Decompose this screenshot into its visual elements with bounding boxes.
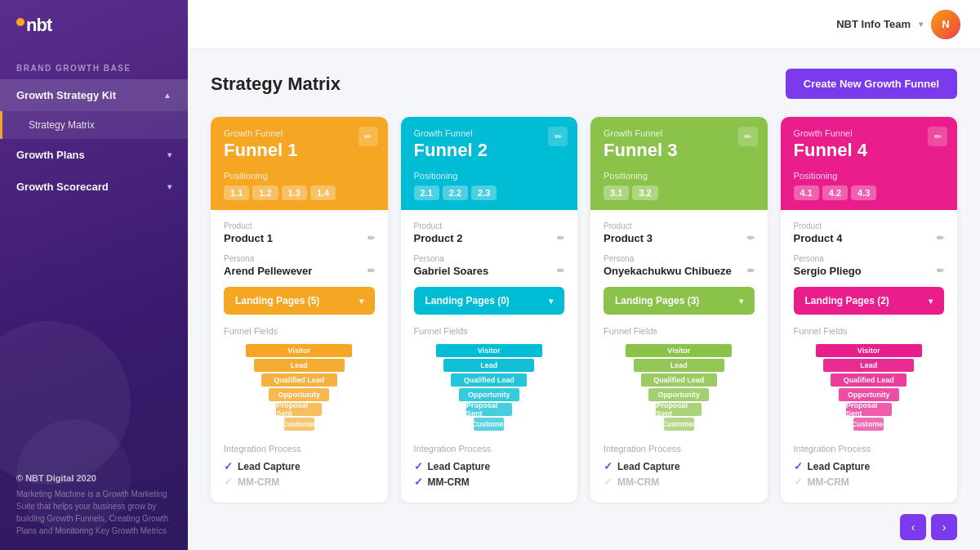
- funnel-fields-label: Funnel Fields: [794, 326, 945, 336]
- integration-name: Lead Capture: [428, 461, 491, 472]
- integration-name: MM-CRM: [428, 476, 470, 488]
- funnel-row-5: Customer: [474, 418, 504, 431]
- product-edit-icon[interactable]: ✏: [368, 233, 375, 244]
- persona-edit-icon[interactable]: ✏: [747, 266, 755, 276]
- funnel-row-4: Proposal Sent: [466, 403, 512, 416]
- prev-page-button[interactable]: ‹: [900, 514, 926, 540]
- chevron-down-icon: ▾: [919, 20, 923, 29]
- pagination: ‹ ›: [188, 504, 980, 550]
- funnel-card-3: Growth Funnel Funnel 3 ✏ Positioning 3.1…: [590, 117, 768, 503]
- funnel-card-2: Growth Funnel Funnel 2 ✏ Positioning 2.1…: [401, 117, 578, 503]
- funnel-label: Growth Funnel: [414, 128, 565, 138]
- main-area: NBT Info Team ▾ N Strategy Matrix Create…: [188, 0, 980, 550]
- sidebar: nbt BRAND GROWTH BASE Growth Strategy Ki…: [0, 0, 188, 550]
- integration-name: MM-CRM: [617, 476, 659, 488]
- product-value: Product 4 ✏: [794, 232, 945, 244]
- edit-icon[interactable]: ✏: [738, 127, 758, 146]
- content-area: Strategy Matrix Create New Growth Funnel…: [188, 49, 980, 504]
- integration-item: ✓ Lead Capture: [794, 460, 945, 472]
- funnel-row-4: Proposal Sent: [656, 403, 702, 416]
- sidebar-item-label: Growth Plans: [16, 149, 85, 161]
- user-info[interactable]: NBT Info Team ▾ N: [836, 10, 960, 39]
- persona-edit-icon[interactable]: ✏: [557, 266, 564, 276]
- pos-tag: 2.3: [471, 186, 497, 200]
- funnel-row-4: Proposal Sent: [276, 403, 322, 416]
- funnel-row-5: Customer: [853, 418, 884, 431]
- landing-pages-button[interactable]: Landing Pages (2) ▾: [794, 287, 945, 315]
- funnel-label: Growth Funnel: [794, 128, 945, 138]
- card-header: Growth Funnel Funnel 2 ✏ Positioning 2.1…: [401, 117, 578, 210]
- integration-process-label: Integration Process: [224, 444, 375, 454]
- funnel-card-4: Growth Funnel Funnel 4 ✏ Positioning 4.1…: [781, 117, 958, 503]
- product-value: Product 3 ✏: [604, 232, 755, 244]
- landing-pages-label: Landing Pages (2): [805, 295, 889, 306]
- persona-value: Gabriel Soares ✏: [414, 265, 565, 277]
- funnel-row-2: Qualified Lead: [641, 373, 717, 387]
- persona-edit-icon[interactable]: ✏: [368, 266, 375, 276]
- positioning-tags: 2.12.22.3: [414, 186, 565, 200]
- sidebar-item-growth-strategy-kit[interactable]: Growth Strategy Kit ▲: [0, 79, 188, 111]
- sidebar-sub-item-strategy-matrix[interactable]: Strategy Matrix: [0, 111, 188, 139]
- user-name: NBT Info Team: [836, 18, 911, 30]
- persona-field: Persona Onyekachukwu Chibueze ✏: [604, 254, 755, 277]
- logo-area: nbt: [0, 0, 188, 51]
- landing-pages-button[interactable]: Landing Pages (0) ▾: [414, 287, 565, 315]
- landing-pages-button[interactable]: Landing Pages (5) ▾: [224, 287, 375, 315]
- product-edit-icon[interactable]: ✏: [747, 233, 755, 244]
- pos-tag: 2.1: [414, 186, 439, 200]
- chevron-down-icon: ▾: [167, 150, 172, 159]
- funnel-visual: Visitor Lead Qualified Lead Opportunity …: [794, 344, 945, 431]
- persona-label: Persona: [604, 254, 755, 263]
- product-edit-icon[interactable]: ✏: [937, 233, 944, 244]
- sidebar-item-label: Growth Strategy Kit: [16, 89, 116, 101]
- pos-tag: 4.3: [851, 186, 876, 200]
- check-icon: ✓: [414, 476, 423, 488]
- edit-icon[interactable]: ✏: [928, 127, 947, 146]
- chevron-up-icon: ▲: [163, 91, 172, 100]
- funnel-row-2: Qualified Lead: [451, 373, 527, 387]
- persona-value: Arend Pellewever ✏: [224, 265, 375, 277]
- funnel-row-0: Visitor: [626, 344, 732, 357]
- content-header: Strategy Matrix Create New Growth Funnel: [211, 69, 957, 99]
- pos-tag: 3.1: [604, 186, 629, 200]
- sidebar-item-growth-scorecard[interactable]: Growth Scorecard ▾: [0, 171, 188, 203]
- sidebar-sub-label: Strategy Matrix: [29, 119, 95, 131]
- sidebar-item-growth-plans[interactable]: Growth Plans ▾: [0, 139, 188, 171]
- topbar: NBT Info Team ▾ N: [188, 0, 980, 49]
- integration-process-label: Integration Process: [794, 444, 945, 454]
- persona-label: Persona: [794, 254, 945, 263]
- product-label: Product: [414, 221, 565, 230]
- funnel-row-0: Visitor: [816, 344, 922, 357]
- pos-tag: 1.4: [310, 186, 336, 200]
- landing-pages-button[interactable]: Landing Pages (3) ▾: [604, 287, 755, 315]
- integration-process-label: Integration Process: [604, 444, 755, 454]
- dropdown-arrow-icon: ▾: [929, 297, 933, 306]
- pos-tag: 3.2: [632, 186, 657, 200]
- product-edit-icon[interactable]: ✏: [557, 233, 564, 244]
- funnel-card-1: Growth Funnel Funnel 1 ✏ Positioning 1.1…: [211, 117, 388, 503]
- product-label: Product: [794, 221, 945, 230]
- landing-pages-label: Landing Pages (5): [235, 295, 319, 306]
- product-field: Product Product 3 ✏: [604, 221, 755, 244]
- card-body: Product Product 2 ✏ Persona Gabriel Soar…: [401, 210, 578, 503]
- funnel-fields-label: Funnel Fields: [414, 326, 565, 336]
- integration-item: ✓ Lead Capture: [414, 460, 565, 472]
- avatar-image: N: [931, 10, 960, 39]
- positioning-label: Positioning: [224, 171, 375, 181]
- sidebar-section-label: BRAND GROWTH BASE: [0, 51, 188, 79]
- sidebar-footer: © NBT Digital 2020 Marketing Machine is …: [0, 460, 188, 550]
- create-growth-funnel-button[interactable]: Create New Growth Funnel: [786, 69, 957, 99]
- product-label: Product: [224, 221, 375, 230]
- positioning-label: Positioning: [794, 171, 945, 181]
- edit-icon[interactable]: ✏: [548, 127, 568, 146]
- persona-edit-icon[interactable]: ✏: [937, 266, 944, 276]
- edit-icon[interactable]: ✏: [359, 127, 378, 146]
- card-body: Product Product 4 ✏ Persona Sergio Plieg…: [781, 210, 958, 503]
- product-label: Product: [604, 221, 755, 230]
- next-page-button[interactable]: ›: [931, 514, 957, 540]
- funnel-name: Funnel 1: [224, 140, 375, 161]
- funnel-cards-grid: Growth Funnel Funnel 1 ✏ Positioning 1.1…: [211, 117, 957, 503]
- integration-item: ✓ MM-CRM: [604, 476, 755, 488]
- card-body: Product Product 1 ✏ Persona Arend Pellew…: [211, 210, 388, 503]
- funnel-name: Funnel 4: [794, 140, 945, 161]
